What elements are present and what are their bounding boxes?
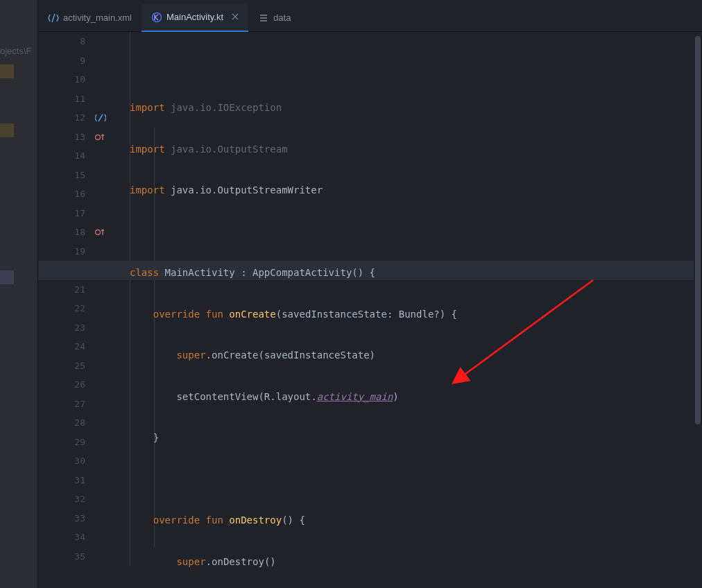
line-number[interactable]: 22 — [38, 299, 92, 318]
project-path-text: ojects\F — [0, 46, 32, 56]
gutter[interactable]: 8 9 10 11 12 13 14 15 16 17 18 19 20 21 … — [38, 32, 92, 588]
line-number[interactable]: 16 — [38, 184, 92, 204]
line-number[interactable]: 8 — [38, 32, 92, 51]
line-number[interactable]: 21 — [38, 280, 92, 300]
code-line[interactable]: import java.io.OutputStream — [110, 140, 694, 159]
tab-mainactivity-kt[interactable]: MainActivity.kt — [142, 4, 248, 32]
class-marker-icon[interactable] — [95, 113, 106, 124]
tab-label: MainActivity.kt — [166, 12, 223, 22]
code-area[interactable]: import java.io.IOException import java.i… — [110, 32, 694, 588]
line-number[interactable]: 26 — [38, 375, 92, 395]
code-line[interactable]: override fun onDestroy() { — [110, 511, 694, 530]
line-number[interactable]: 30 — [38, 451, 92, 471]
code-line[interactable]: super.onDestroy() — [110, 553, 694, 572]
code-line[interactable]: super.onCreate(savedInstanceState) — [110, 346, 694, 365]
line-number[interactable]: 13 — [38, 128, 92, 147]
code-line[interactable]: class MainActivity : AppCompatActivity()… — [110, 263, 694, 283]
vertical-scrollbar[interactable] — [694, 32, 702, 588]
scrollbar-thumb[interactable] — [695, 36, 701, 424]
line-number[interactable]: 35 — [38, 547, 92, 567]
override-up-icon[interactable] — [95, 227, 106, 239]
line-number[interactable]: 10 — [38, 70, 92, 89]
line-number[interactable]: 9 — [38, 51, 92, 71]
project-tree-highlight — [0, 64, 14, 78]
svg-point-5 — [96, 230, 101, 235]
line-number[interactable]: 28 — [38, 413, 92, 433]
line-number[interactable]: 14 — [38, 146, 92, 166]
project-tree-highlight — [0, 123, 14, 137]
code-line[interactable]: override fun onCreate(savedInstanceState… — [110, 305, 694, 325]
code-line[interactable]: } — [110, 429, 694, 448]
code-line[interactable]: import java.io.OutputStreamWriter — [110, 181, 694, 200]
line-number[interactable]: 17 — [38, 204, 92, 223]
line-number[interactable]: 34 — [38, 528, 92, 547]
code-line[interactable]: import java.io.IOException — [110, 98, 694, 118]
left-tool-panel[interactable]: ojects\F — [0, 0, 38, 588]
line-number[interactable]: 31 — [38, 471, 92, 490]
xml-icon — [48, 12, 59, 24]
line-number[interactable]: 18 — [38, 223, 92, 242]
line-number[interactable]: 12 — [38, 108, 92, 128]
line-number[interactable]: 27 — [38, 395, 92, 414]
tab-label: activity_main.xml — [63, 12, 132, 23]
list-icon — [258, 12, 269, 24]
code-line[interactable] — [110, 223, 694, 242]
gutter-markers — [92, 32, 110, 588]
tab-data[interactable]: data — [248, 4, 300, 32]
line-number[interactable]: 19 — [38, 242, 92, 261]
svg-point-4 — [96, 135, 101, 140]
project-tree-selection — [0, 270, 14, 284]
tab-label: data — [273, 12, 291, 23]
line-number[interactable]: 25 — [38, 356, 92, 376]
line-number[interactable]: 15 — [38, 166, 92, 185]
line-number[interactable]: 24 — [38, 337, 92, 356]
close-icon[interactable] — [232, 12, 239, 22]
line-number[interactable]: 11 — [38, 89, 92, 109]
line-number[interactable]: 32 — [38, 490, 92, 509]
line-number[interactable]: 33 — [38, 509, 92, 528]
override-up-icon[interactable] — [95, 132, 106, 144]
code-line[interactable]: setContentView(R.layout.activity_main) — [110, 388, 694, 407]
line-number[interactable]: 29 — [38, 433, 92, 452]
code-line[interactable] — [110, 470, 694, 490]
kotlin-icon — [151, 12, 162, 23]
code-editor[interactable]: 8 9 10 11 12 13 14 15 16 17 18 19 20 21 … — [38, 32, 702, 588]
svg-point-0 — [152, 12, 161, 21]
tab-activity-main-xml[interactable]: activity_main.xml — [38, 4, 142, 32]
editor-tabs: activity_main.xml MainActivity.kt data — [38, 4, 702, 32]
line-number[interactable]: 23 — [38, 318, 92, 338]
